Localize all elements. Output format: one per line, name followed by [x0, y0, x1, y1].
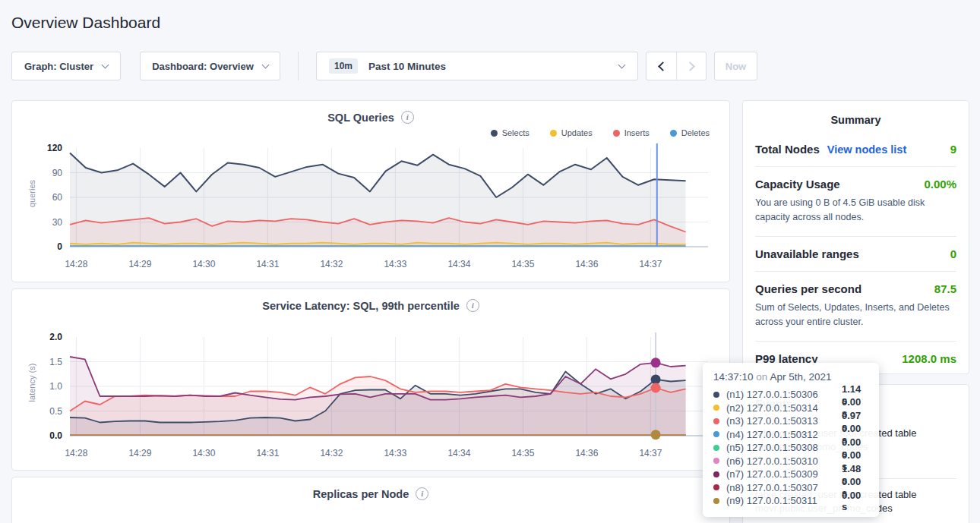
- summary-value: 87.5: [934, 282, 956, 295]
- summary-label: Unavailable ranges: [755, 247, 859, 260]
- graph-dropdown-label: Graph: Cluster: [24, 61, 93, 72]
- series-dot-icon: [713, 484, 719, 490]
- tooltip-rows: (n1) 127.0.0.1:503061.14 s(n2) 127.0.0.1…: [713, 388, 868, 508]
- divider: [298, 52, 299, 80]
- summary-value: 9: [950, 143, 956, 156]
- sql-legend: SelectsUpdatesInsertsDeletes: [24, 128, 710, 138]
- series-dot-icon: [713, 392, 719, 398]
- chart-title: Replicas per Node: [313, 488, 409, 500]
- svg-text:14:29: 14:29: [128, 259, 151, 269]
- svg-text:14:37: 14:37: [639, 259, 662, 269]
- series-dot-icon: [713, 445, 719, 451]
- chevron-down-icon: [102, 61, 109, 68]
- chevron-right-icon: [685, 61, 695, 71]
- legend-dot-icon: [550, 130, 557, 137]
- tooltip-time: 14:37:10: [713, 371, 754, 383]
- summary-panel: Summary Total Nodes View nodes list 9 Ca…: [742, 100, 969, 374]
- svg-text:14:34: 14:34: [447, 448, 470, 458]
- time-nav-group: [646, 52, 707, 80]
- tooltip-node-label: (n6) 127.0.0.1:50310: [726, 455, 842, 467]
- svg-text:14:32: 14:32: [320, 448, 343, 458]
- series-dot-icon: [713, 405, 719, 411]
- summary-value: 0: [950, 247, 956, 260]
- svg-text:14:33: 14:33: [384, 259, 406, 269]
- legend-label: Deletes: [681, 128, 710, 137]
- info-icon[interactable]: i: [401, 111, 414, 124]
- time-range-dropdown[interactable]: 10m Past 10 Minutes: [316, 52, 638, 80]
- chevron-down-icon: [261, 61, 269, 68]
- chart-title: Service Latency: SQL, 99th percentile: [262, 300, 460, 312]
- time-forward-button[interactable]: [676, 52, 706, 80]
- legend-item-deletes[interactable]: Deletes: [670, 128, 710, 138]
- svg-text:1.0: 1.0: [49, 381, 62, 392]
- summary-row-unavailable-ranges: Unavailable ranges 0: [755, 247, 956, 260]
- tooltip-node-label: (n3) 127.0.0.1:50313: [726, 415, 842, 427]
- summary-value: 1208.0 ms: [902, 352, 956, 365]
- legend-item-selects[interactable]: Selects: [491, 128, 530, 138]
- chart-title-row: Service Latency: SQL, 99th percentile i: [24, 299, 717, 312]
- dashboard-dropdown[interactable]: Dashboard: Overview: [140, 52, 280, 80]
- info-icon[interactable]: i: [466, 299, 479, 312]
- svg-text:0.0: 0.0: [49, 430, 62, 441]
- svg-text:60: 60: [52, 192, 63, 203]
- svg-text:14:36: 14:36: [575, 448, 598, 458]
- chart-hover-tooltip: 14:37:10 on Apr 5th, 2021 (n1) 127.0.0.1…: [703, 363, 879, 517]
- controls-bar: Graph: Cluster Dashboard: Overview 10m P…: [11, 52, 969, 80]
- divider: [755, 166, 956, 167]
- chart-title-row: Replicas per Node i: [24, 487, 717, 500]
- summary-row-queries-per-second: Queries per second 87.5 Sum of Selects, …: [755, 282, 956, 330]
- svg-text:14:36: 14:36: [575, 259, 598, 269]
- tooltip-node-label: (n9) 127.0.0.1:50311: [726, 495, 842, 506]
- page-title: Overview Dashboard: [11, 12, 980, 33]
- y-axis-label: queries: [27, 180, 36, 207]
- tooltip-node-label: (n8) 127.0.0.1:50307: [726, 482, 842, 493]
- chart-title: SQL Queries: [327, 112, 394, 124]
- legend-item-updates[interactable]: Updates: [550, 128, 593, 138]
- chart-wrap: queries 14:2814:2914:3014:3114:3214:3314…: [24, 139, 717, 271]
- chart-wrap: latency (s) 14:2814:2914:3014:3114:3214:…: [24, 328, 717, 460]
- divider: [755, 271, 956, 272]
- replicas-per-node-panel: Replicas per Node i: [11, 477, 730, 523]
- svg-text:14:32: 14:32: [320, 259, 343, 269]
- legend-item-inserts[interactable]: Inserts: [613, 128, 650, 138]
- chevron-down-icon: [618, 61, 626, 68]
- divider: [755, 236, 956, 237]
- legend-label: Updates: [561, 128, 593, 137]
- svg-text:0: 0: [57, 241, 62, 252]
- legend-dot-icon: [613, 130, 620, 137]
- view-nodes-list-link[interactable]: View nodes list: [827, 143, 907, 156]
- tooltip-date: Apr 5th, 2021: [770, 371, 831, 383]
- summary-label: Capacity Usage: [755, 178, 840, 191]
- y-axis-label: latency (s): [27, 364, 36, 402]
- dashboard-dropdown-label: Dashboard: Overview: [152, 61, 254, 72]
- svg-text:14:35: 14:35: [511, 448, 534, 458]
- tooltip-node-label: (n5) 127.0.0.1:50308: [726, 442, 842, 453]
- chart-title-row: SQL Queries i: [24, 111, 717, 124]
- series-dot-icon: [713, 458, 719, 464]
- summary-row-total-nodes: Total Nodes View nodes list 9: [755, 143, 956, 156]
- svg-text:14:31: 14:31: [256, 448, 279, 458]
- svg-text:14:29: 14:29: [128, 448, 151, 458]
- charts-column: SQL Queries i SelectsUpdatesInsertsDelet…: [11, 100, 730, 523]
- svg-text:14:37: 14:37: [639, 448, 662, 458]
- now-button[interactable]: Now: [714, 52, 757, 80]
- sql-queries-panel: SQL Queries i SelectsUpdatesInsertsDelet…: [11, 100, 730, 282]
- legend-dot-icon: [491, 130, 498, 137]
- series-dot-icon: [713, 498, 719, 504]
- svg-text:30: 30: [52, 217, 63, 228]
- service-latency-chart[interactable]: 14:2814:2914:3014:3114:3214:3314:3414:35…: [24, 328, 717, 460]
- tooltip-on-text: on: [756, 371, 767, 383]
- graph-dropdown[interactable]: Graph: Cluster: [11, 52, 121, 80]
- svg-text:120: 120: [47, 143, 62, 153]
- svg-text:14:28: 14:28: [65, 448, 87, 458]
- tooltip-node-label: (n7) 127.0.0.1:50309: [726, 468, 842, 480]
- summary-value: 0.00%: [924, 178, 956, 191]
- series-dot-icon: [713, 418, 719, 424]
- tooltip-node-label: (n1) 127.0.0.1:50306: [726, 389, 842, 400]
- legend-dot-icon: [670, 130, 677, 137]
- sql-queries-chart[interactable]: 14:2814:2914:3014:3114:3214:3314:3414:35…: [24, 139, 717, 271]
- time-back-button[interactable]: [646, 52, 676, 80]
- service-latency-panel: Service Latency: SQL, 99th percentile i …: [11, 288, 730, 471]
- info-icon[interactable]: i: [416, 487, 428, 500]
- svg-text:14:35: 14:35: [511, 259, 534, 269]
